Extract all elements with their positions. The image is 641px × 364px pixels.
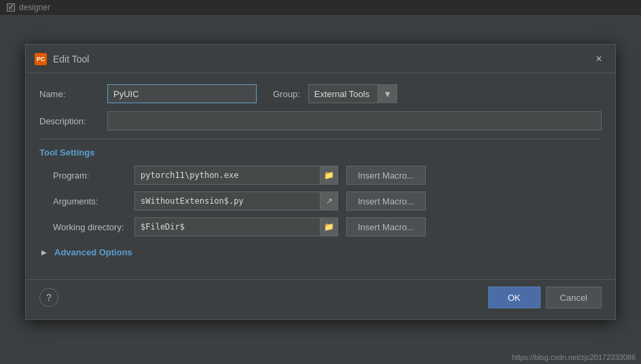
dialog-title: Edit Tool: [53, 54, 591, 65]
working-dir-field-text: $FileDir$: [135, 222, 320, 232]
working-dir-field-wrapper: $FileDir$ 📁: [134, 217, 338, 236]
group-dropdown-arrow[interactable]: ▼: [378, 84, 397, 103]
working-dir-browse-button[interactable]: 📁: [320, 218, 337, 236]
program-browse-button[interactable]: 📁: [320, 166, 337, 184]
background-bar: designer: [0, 0, 641, 15]
group-label: Group:: [273, 89, 300, 99]
name-label: Name:: [39, 89, 107, 99]
advanced-options-label: Advanced Options: [54, 247, 132, 257]
name-group-row: Name: Group: External Tools ▼: [39, 84, 602, 103]
working-dir-insert-macro-button[interactable]: Insert Macro...: [346, 217, 426, 236]
backdrop: designer PC Edit Tool × Name: Group: Ext…: [0, 0, 641, 364]
program-label: Program:: [39, 170, 134, 181]
arguments-label: Arguments:: [39, 196, 134, 206]
description-label: Description:: [39, 116, 107, 126]
divider: [39, 139, 602, 139]
close-button[interactable]: ×: [591, 51, 607, 67]
ok-button[interactable]: OK: [488, 287, 541, 308]
description-input[interactable]: [107, 111, 602, 130]
program-field-wrapper: pytorch11\python.exe 📁: [134, 166, 338, 185]
program-field-text: pytorch11\python.exe: [135, 170, 320, 180]
url-watermark: https://blog.csdn.net/zjc20172333086: [512, 353, 636, 361]
pc-logo-icon: PC: [35, 53, 47, 65]
dialog-titlebar: PC Edit Tool ×: [26, 45, 615, 73]
triangle-icon: ▶: [39, 248, 49, 257]
arguments-row: Arguments: sWithoutExtension$.py ↗ Inser…: [39, 192, 602, 211]
tool-settings-title: Tool Settings: [39, 147, 602, 158]
background-title: designer: [19, 3, 50, 12]
edit-tool-dialog: PC Edit Tool × Name: Group: External Too…: [25, 44, 616, 320]
background-checkbox: [7, 3, 15, 12]
program-insert-macro-button[interactable]: Insert Macro...: [346, 166, 426, 185]
arguments-field-wrapper: sWithoutExtension$.py ↗: [134, 192, 338, 211]
group-select-value: External Tools: [309, 86, 375, 102]
working-dir-label: Working directory:: [39, 222, 134, 232]
tool-settings-section: Tool Settings Program: pytorch11\python.…: [39, 147, 602, 236]
dialog-icon: PC: [34, 52, 48, 66]
program-row: Program: pytorch11\python.exe 📁 Insert M…: [39, 166, 602, 185]
arguments-field-text: sWithoutExtension$.py: [135, 196, 320, 206]
dialog-footer: ? OK Cancel: [26, 279, 615, 319]
help-button[interactable]: ?: [39, 288, 58, 307]
name-input[interactable]: [107, 84, 257, 103]
advanced-options-section[interactable]: ▶ Advanced Options: [39, 247, 602, 257]
working-dir-row: Working directory: $FileDir$ 📁 Insert Ma…: [39, 217, 602, 236]
cancel-button[interactable]: Cancel: [546, 287, 602, 308]
description-row: Description:: [39, 111, 602, 130]
group-select-wrapper[interactable]: External Tools ▼: [308, 84, 397, 103]
arguments-expand-button[interactable]: ↗: [320, 192, 337, 210]
arguments-insert-macro-button[interactable]: Insert Macro...: [346, 192, 426, 211]
dialog-body: Name: Group: External Tools ▼ Descriptio…: [26, 73, 615, 279]
